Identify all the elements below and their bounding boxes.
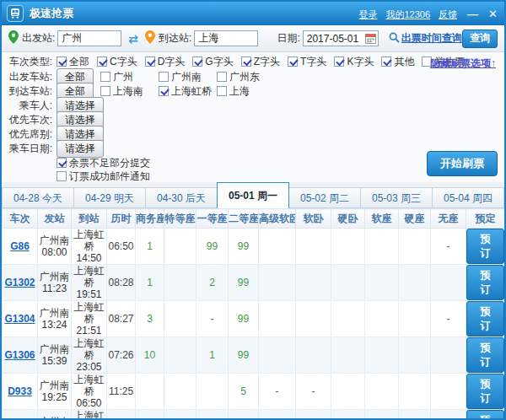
book-button[interactable]: 预订 <box>466 374 504 409</box>
checkbox-C字头[interactable]: C字头 <box>97 55 137 69</box>
book-button[interactable]: 预订 <box>466 337 504 373</box>
to-station: 上海虹桥 <box>72 337 106 361</box>
checkbox-G字头[interactable]: G字头 <box>192 55 233 69</box>
checkbox-Z字头[interactable]: Z字头 <box>241 55 280 69</box>
from-station: 广州南 <box>38 380 71 391</box>
checkbox-box-icon <box>145 57 155 67</box>
train-number-link[interactable]: G1304 <box>4 313 35 325</box>
checkbox-label: Z字头 <box>254 55 280 69</box>
checkbox-上海虹桥[interactable]: 上海虹桥 <box>159 84 217 99</box>
to-time: 14:50 <box>72 252 106 264</box>
column-header-硬座: 硬座 <box>399 209 431 229</box>
swap-stations-icon[interactable]: ⇄ <box>128 32 138 46</box>
checkbox-box-icon <box>159 86 169 96</box>
seat-cell <box>259 301 296 337</box>
book-button[interactable]: 预订 <box>466 265 504 300</box>
seat-cell <box>331 337 365 374</box>
titlebar-link-反馈[interactable]: 反馈 <box>439 9 457 19</box>
column-header-历时: 历时 <box>107 209 136 229</box>
book-button[interactable]: 预订 <box>466 410 504 420</box>
checkbox-上海[interactable]: 上海 <box>217 84 275 99</box>
table-body: G86广州南08:00上海虹桥14:5006:5019999-预订G1302广州… <box>3 229 505 420</box>
seat-cell: - <box>296 374 331 410</box>
from-station-input[interactable] <box>57 30 121 46</box>
column-header-商务座: 商务座 <box>136 209 164 229</box>
to-time: 06:50 <box>72 397 106 409</box>
checkbox-余票不足部分提交[interactable]: 余票不足部分提交 <box>57 156 150 170</box>
tab-05-03 周三[interactable]: 05-03 周三 <box>360 187 433 208</box>
checkbox-box-icon <box>241 57 251 67</box>
duration: 06:50 <box>107 229 136 265</box>
checkbox-box-icon <box>97 57 107 67</box>
seat-cell: 99 <box>229 337 259 374</box>
from-station-label: 出发站: <box>22 31 55 46</box>
search-icon <box>389 32 400 46</box>
train-number-link[interactable]: G1302 <box>4 277 35 288</box>
titlebar-links: 登录我的12306反馈 <box>351 6 458 21</box>
seat-cell: 1 <box>136 265 164 301</box>
train-row-G1302: G1302广州南11:23上海虹桥19:5108:281299预订 <box>3 265 505 301</box>
titlebar-link-登录[interactable]: 登录 <box>359 9 378 19</box>
checkbox-K字头[interactable]: K字头 <box>334 55 374 69</box>
checkbox-label: 全部 <box>69 55 89 69</box>
seat-cell <box>365 265 399 301</box>
hide-options-link[interactable]: 隐藏刷票选项↑ <box>430 57 496 71</box>
column-header-发站: 发站 <box>38 209 72 229</box>
checkbox-label: 上海 <box>229 84 250 99</box>
checkbox-label: C字头 <box>110 55 137 69</box>
checkbox-广州南[interactable]: 广州南 <box>159 70 217 84</box>
tab-05-01 周一[interactable]: 05-01 周一 <box>217 182 289 208</box>
checkbox-广州东[interactable]: 广州东 <box>217 70 275 84</box>
start-grab-button[interactable]: 开始刷票 <box>427 151 498 176</box>
book-button[interactable]: 预订 <box>466 229 504 264</box>
seat-cell <box>296 265 331 301</box>
checkbox-广州[interactable]: 广州 <box>100 70 159 84</box>
book-button[interactable]: 预订 <box>466 301 504 337</box>
checkbox-D字头[interactable]: D字头 <box>145 55 186 69</box>
minimize-button[interactable]: — <box>467 8 478 19</box>
tab-05-04 周四[interactable]: 05-04 周四 <box>432 187 504 208</box>
tab-04-29 明天[interactable]: 04-29 明天 <box>73 187 146 208</box>
seat-cell <box>331 301 365 337</box>
train-number-link[interactable]: G86 <box>10 240 30 252</box>
seat-cell: 99 <box>229 301 259 337</box>
checkbox-其他[interactable]: 其他 <box>381 55 414 69</box>
seat-cell <box>365 229 399 265</box>
tab-05-02 周二[interactable]: 05-02 周二 <box>288 187 361 208</box>
close-button[interactable]: ✕ <box>488 8 498 19</box>
checkbox-box-icon <box>192 57 202 67</box>
checkbox-全部[interactable]: 全部 <box>57 55 89 69</box>
tab-04-30 后天[interactable]: 04-30 后天 <box>145 187 218 208</box>
seat-cell <box>331 374 365 410</box>
duration: 11:25 <box>107 374 136 410</box>
from-station: 广州南 <box>38 234 71 246</box>
depart-station-group: 广州广州南广州东 <box>100 70 275 85</box>
to-time: 21:51 <box>72 325 106 337</box>
seat-cell <box>259 337 296 374</box>
to-station: 上海虹桥 <box>72 301 106 325</box>
train-number-link[interactable]: G1306 <box>4 349 35 361</box>
ride-date-label: 乘车日期: <box>3 142 52 156</box>
from-station: 广州南 <box>38 416 71 420</box>
to-station: 上海虹桥 <box>72 374 106 397</box>
checkbox-上海南[interactable]: 上海南 <box>100 84 159 99</box>
ticket-time-query-link[interactable]: 出票时间查询 <box>401 31 462 46</box>
to-station-input[interactable] <box>194 30 258 46</box>
column-header-无座: 无座 <box>431 209 466 229</box>
arrive-station-label: 到达车站: <box>3 84 52 99</box>
seat-cell <box>164 337 196 374</box>
calendar-icon[interactable] <box>365 33 376 44</box>
checkbox-订票成功邮件通知[interactable]: 订票成功邮件通知 <box>57 170 150 184</box>
seat-cell <box>331 410 365 420</box>
seat-cell: 99 <box>196 229 229 265</box>
titlebar-link-我的12306[interactable]: 我的12306 <box>386 9 431 19</box>
duration: 07:26 <box>107 337 136 374</box>
seat-cell <box>431 410 466 420</box>
train-number-link[interactable]: D933 <box>8 385 32 397</box>
seat-cell <box>365 410 399 420</box>
from-station: 广州南 <box>38 307 71 319</box>
tab-04-28 今天[interactable]: 04-28 今天 <box>2 187 74 208</box>
departure-pin-icon <box>8 30 19 46</box>
checkbox-T字头[interactable]: T字头 <box>288 55 326 69</box>
query-button[interactable]: 查询 <box>462 30 498 48</box>
